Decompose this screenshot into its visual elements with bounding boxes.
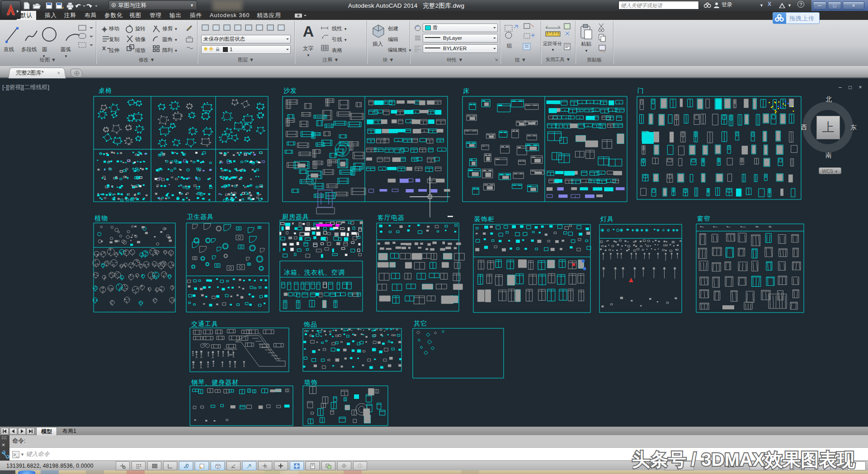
svg-text:厨房器具: 厨房器具 (282, 213, 309, 220)
svg-text:床: 床 (463, 87, 470, 95)
svg-text:其它: 其它 (414, 320, 427, 327)
svg-text:冰箱、洗衣机、空调: 冰箱、洗衣机、空调 (284, 269, 345, 276)
svg-text:钢琴、健身器材: 钢琴、健身器材 (191, 379, 239, 386)
svg-text:门: 门 (637, 87, 644, 94)
svg-text:头条号 / 3DMAX效果图表现: 头条号 / 3DMAX效果图表现 (632, 450, 855, 469)
svg-text:装饰柜: 装饰柜 (474, 215, 495, 223)
svg-text:桌椅: 桌椅 (99, 87, 112, 94)
svg-text:饰品: 饰品 (303, 321, 317, 328)
svg-text:植物: 植物 (94, 214, 108, 222)
svg-text:卫生器具: 卫生器具 (187, 213, 214, 220)
svg-text:窗帘: 窗帘 (697, 215, 711, 222)
svg-text:沙发: 沙发 (283, 87, 297, 94)
svg-text:墙饰: 墙饰 (304, 379, 318, 386)
svg-text:灯具: 灯具 (600, 215, 614, 223)
svg-text:客厅电器: 客厅电器 (377, 214, 405, 221)
svg-text:交通工具: 交通工具 (191, 320, 218, 327)
svg-text:×: × (2, 442, 5, 448)
